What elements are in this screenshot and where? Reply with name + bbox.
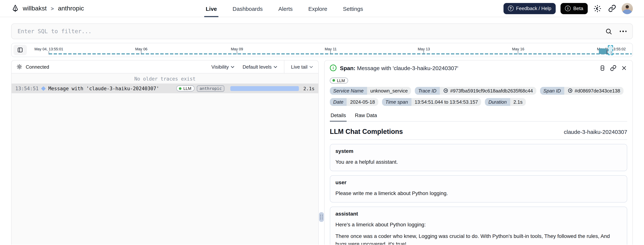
llm-badge-label: LLM	[183, 86, 191, 91]
breadcrumb-chevron: >	[50, 6, 54, 11]
span-attributes-row-2: Date 2024-05-18 Time span 13:54:51.044 t…	[330, 98, 627, 106]
provider-badge: anthropic	[197, 85, 224, 92]
duration-value: 2.1s	[510, 98, 526, 106]
question-icon: ?	[508, 6, 513, 11]
tab-raw-data[interactable]: Raw Data	[354, 111, 378, 121]
sql-filter-input[interactable]: Enter SQL to filter...	[11, 24, 633, 39]
panel-left-icon	[17, 47, 24, 53]
span-id-chip[interactable]: Span ID #d08697de343ce138	[540, 87, 624, 95]
llm-badge: LLM	[176, 85, 195, 91]
visibility-dropdown[interactable]: Visibility	[210, 64, 235, 70]
sql-filter-placeholder: Enter SQL to filter...	[18, 28, 92, 35]
message-role: system	[336, 148, 622, 154]
trace-duration: 2.1s	[303, 86, 314, 91]
main-nav: Live Dashboards Alerts Explore Settings	[206, 0, 363, 17]
user-avatar[interactable]	[622, 3, 633, 14]
service-name-value: unknown_service	[367, 87, 411, 95]
trace-title: Message with 'claude-3-haiku-20240307'	[48, 86, 159, 91]
theme-toggle-icon[interactable]	[592, 4, 602, 13]
close-icon[interactable]	[620, 65, 627, 71]
nav-tab-live[interactable]: Live	[206, 0, 217, 17]
llm-status-dot	[179, 87, 182, 90]
span-title-text: Message with 'claude-3-haiku-20240307'	[357, 65, 458, 71]
tick-label: May 06	[135, 47, 148, 51]
span-tags: LLM	[330, 76, 627, 83]
search-icon[interactable]	[604, 27, 614, 36]
service-name-chip: Service Name unknown_service	[330, 87, 411, 95]
share-link-icon[interactable]	[607, 4, 617, 13]
duration-bar	[230, 86, 299, 91]
message-card-user: user Please write me a limerick about Py…	[330, 175, 627, 203]
llm-status-dot	[332, 79, 335, 82]
span-title: Span: Message with 'claude-3-haiku-20240…	[340, 65, 458, 71]
top-bar-actions: ? Feedback / Help i Beta	[503, 3, 633, 14]
trace-id-value: #973fba5919cf9c618aafdb2635f68c44	[450, 88, 533, 93]
timeline-tick: May 13	[418, 47, 430, 51]
beta-button[interactable]: i Beta	[561, 3, 588, 14]
feedback-help-button[interactable]: ? Feedback / Help	[503, 3, 556, 14]
connection-status: Connected	[26, 64, 49, 70]
model-name: claude-3-haiku-20240307	[564, 128, 627, 135]
trace-row[interactable]: 13:54:51 Message with 'claude-3-haiku-20…	[12, 84, 318, 93]
breadcrumb[interactable]: willbakst > anthropic	[11, 4, 84, 13]
time-span-label: Time span	[382, 98, 411, 106]
span-link-icon	[568, 88, 573, 93]
message-content: Here's a limerick about Python logging:	[336, 221, 622, 228]
duration-chip: Duration 2.1s	[485, 98, 526, 106]
trace-link-icon	[443, 88, 448, 93]
timeline-tick: May 09	[231, 47, 243, 51]
nav-tab-settings[interactable]: Settings	[343, 0, 363, 17]
message-card-system: system You are a helpful assistant.	[330, 144, 627, 171]
more-options-icon[interactable]	[620, 29, 626, 34]
filter-row: Enter SQL to filter...	[0, 17, 644, 39]
split-view-icon[interactable]	[599, 65, 606, 71]
app-window: willbakst > anthropic Live Dashboards Al…	[0, 0, 644, 245]
tick-label: May 16	[512, 47, 524, 51]
timeline-current-marker	[607, 50, 608, 54]
live-tail-dropdown[interactable]: Live tail	[290, 64, 314, 70]
span-info-icon: i	[330, 65, 336, 71]
tab-details[interactable]: Details	[330, 111, 347, 121]
nav-tab-dashboards[interactable]: Dashboards	[232, 0, 263, 17]
panel-splitter[interactable]	[319, 60, 324, 245]
sidebar-toggle-button[interactable]	[14, 45, 27, 55]
breadcrumb-project[interactable]: anthropic	[58, 5, 84, 12]
message-card-assistant: assistant Here's a limerick about Python…	[330, 207, 627, 245]
message-content: Please write me a limerick about Python …	[336, 189, 622, 197]
span-diamond-icon	[41, 86, 46, 91]
visibility-label: Visibility	[211, 64, 229, 70]
gear-icon[interactable]	[16, 64, 22, 70]
llm-badge-label: LLM	[337, 78, 345, 83]
no-older-traces-message: No older traces exist	[12, 74, 318, 84]
permalink-icon[interactable]	[610, 65, 616, 71]
timeline-selection[interactable]	[608, 45, 613, 55]
timeline-dashed-line	[49, 53, 632, 55]
timeline-tick: May 06	[135, 47, 148, 51]
default-levels-dropdown[interactable]: Default levels	[242, 64, 278, 70]
message-content: You are a helpful assistant.	[336, 158, 622, 166]
live-tail-label: Live tail	[291, 64, 308, 70]
drag-handle[interactable]	[319, 212, 324, 222]
trace-id-chip[interactable]: Trace ID #973fba5919cf9c618aafdb2635f68c…	[415, 87, 536, 95]
default-levels-label: Default levels	[242, 64, 272, 70]
beta-label: Beta	[574, 6, 584, 11]
trace-list-empty-area	[12, 93, 318, 245]
time-span-value: 13:54:51.044 to 13:54:53.157	[411, 98, 481, 106]
date-chip: Date 2024-05-18	[330, 98, 378, 106]
main-content: Connected Visibility Default levels Live…	[11, 60, 633, 245]
time-span-chip: Time span 13:54:51.044 to 13:54:53.157	[382, 98, 481, 106]
timeline-tick: May 11	[325, 47, 337, 51]
span-title-prefix: Span:	[340, 65, 355, 71]
chevron-down-icon	[274, 66, 277, 68]
date-label: Date	[330, 98, 347, 106]
span-id-label: Span ID	[540, 87, 564, 95]
feedback-help-label: Feedback / Help	[516, 6, 551, 11]
duration-label: Duration	[485, 98, 510, 106]
nav-tab-alerts[interactable]: Alerts	[278, 0, 293, 17]
trace-panel-header: Connected Visibility Default levels Live…	[12, 60, 318, 74]
timeline[interactable]: May 04, 13:55:01 May 06 May 09 May 11 Ma…	[11, 43, 633, 57]
span-attributes-row-1: Service Name unknown_service Trace ID #9…	[330, 87, 627, 95]
nav-tab-explore[interactable]: Explore	[308, 0, 328, 17]
top-bar: willbakst > anthropic Live Dashboards Al…	[0, 0, 644, 17]
breadcrumb-org[interactable]: willbakst	[23, 5, 47, 12]
